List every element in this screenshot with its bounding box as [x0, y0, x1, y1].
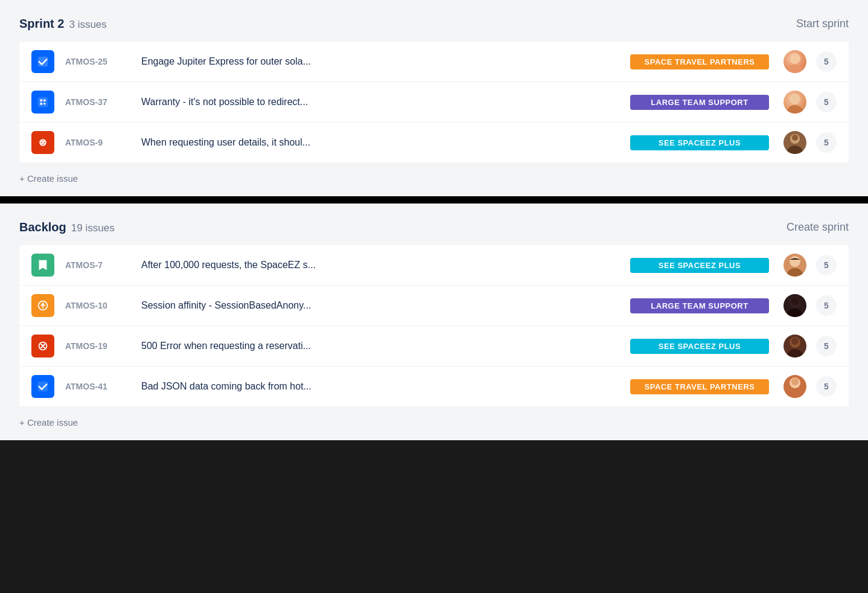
sprint-title: Sprint 2 3 issues [19, 17, 107, 31]
table-row[interactable]: ATMOS-19 500 Error when requesting a res… [19, 326, 849, 367]
svg-point-26 [791, 338, 799, 345]
issue-summary: Session affinity - SessionBasedAnony... [141, 300, 616, 311]
svg-point-28 [787, 389, 803, 398]
sprint-panel: Sprint 2 3 issues Start sprint ATMOS-25 … [0, 0, 868, 196]
story-points: 5 [816, 336, 837, 356]
issue-icon-story [31, 254, 54, 277]
issue-icon-done [31, 50, 54, 73]
story-points: 5 [816, 255, 837, 275]
issue-summary: Engage Jupiter Express for outer sola... [141, 56, 616, 67]
table-row[interactable]: ATMOS-37 Warranty - it's not possible to… [19, 82, 849, 123]
issue-label[interactable]: SEE SPACEEZ PLUS [630, 339, 769, 354]
create-issue-button[interactable]: + Create issue [19, 173, 78, 184]
svg-rect-6 [38, 97, 48, 107]
issue-key: ATMOS-19 [65, 341, 132, 351]
avatar [783, 375, 806, 398]
issue-summary: When requesting user details, it shoul..… [141, 137, 616, 148]
svg-point-2 [787, 65, 803, 73]
issue-summary: After 100,000 requests, the SpaceEZ s... [141, 260, 616, 271]
avatar [783, 254, 806, 277]
svg-point-11 [790, 94, 800, 104]
svg-point-22 [791, 297, 799, 306]
table-row[interactable]: ATMOS-41 Bad JSON data coming back from … [19, 367, 849, 406]
avatar [783, 335, 806, 357]
backlog-title: Backlog 19 issues [19, 220, 115, 234]
issue-summary: 500 Error when requesting a reservati... [141, 341, 616, 351]
svg-point-20 [787, 309, 803, 317]
issue-label[interactable]: SPACE TRAVEL PARTNERS [630, 379, 769, 394]
table-row[interactable]: ATMOS-7 After 100,000 requests, the Spac… [19, 245, 849, 286]
sprint-issues-table: ATMOS-25 Engage Jupiter Express for oute… [19, 42, 849, 162]
issue-key: ATMOS-37 [65, 97, 132, 107]
issue-key: ATMOS-41 [65, 382, 132, 391]
story-points: 5 [816, 132, 837, 153]
issue-label[interactable]: SEE SPACEEZ PLUS [630, 258, 769, 273]
panel-divider [0, 196, 868, 204]
issue-icon-bug [31, 335, 54, 357]
avatar [783, 91, 806, 114]
sprint-header: Sprint 2 3 issues Start sprint [19, 17, 849, 31]
issue-label[interactable]: SEE SPACEEZ PLUS [630, 135, 769, 150]
issue-key: ATMOS-9 [65, 138, 132, 147]
svg-point-17 [787, 268, 803, 277]
svg-point-16 [792, 135, 798, 141]
issue-icon-subtask [31, 91, 54, 114]
issue-summary: Warranty - it's not possible to redirect… [141, 97, 616, 107]
svg-point-5 [791, 54, 799, 62]
avatar [783, 50, 806, 73]
svg-point-10 [787, 105, 803, 114]
issue-label[interactable]: LARGE TEAM SUPPORT [630, 298, 769, 313]
issue-summary: Bad JSON data coming back from hot... [141, 381, 616, 392]
story-points: 5 [816, 92, 837, 112]
issue-icon-improvement [31, 294, 54, 317]
issue-label[interactable]: LARGE TEAM SUPPORT [630, 95, 769, 110]
create-sprint-button[interactable]: Create sprint [787, 221, 849, 234]
create-issue-button-backlog[interactable]: + Create issue [19, 417, 78, 428]
svg-rect-7 [40, 99, 42, 101]
table-row[interactable]: ATMOS-9 When requesting user details, it… [19, 123, 849, 162]
svg-rect-9 [40, 103, 42, 105]
issue-key: ATMOS-25 [65, 57, 132, 66]
start-sprint-button[interactable]: Start sprint [796, 18, 849, 30]
avatar [783, 294, 806, 317]
backlog-panel: Backlog 19 issues Create sprint ATMOS-7 … [0, 204, 868, 440]
issue-key: ATMOS-7 [65, 260, 132, 270]
svg-point-14 [787, 146, 803, 154]
issue-label[interactable]: SPACE TRAVEL PARTNERS [630, 54, 769, 69]
svg-point-24 [787, 349, 803, 357]
backlog-issues-table: ATMOS-7 After 100,000 requests, the Spac… [19, 245, 849, 406]
story-points: 5 [816, 295, 837, 316]
backlog-header: Backlog 19 issues Create sprint [19, 220, 849, 234]
story-points: 5 [816, 51, 837, 72]
table-row[interactable]: ATMOS-10 Session affinity - SessionBased… [19, 286, 849, 326]
story-points: 5 [816, 376, 837, 397]
svg-point-18 [790, 256, 800, 267]
issue-icon-done [31, 375, 54, 398]
issue-key: ATMOS-10 [65, 301, 132, 310]
svg-point-30 [791, 378, 799, 385]
avatar [783, 131, 806, 154]
svg-rect-8 [43, 99, 46, 101]
issue-icon-bug [31, 131, 54, 154]
table-row[interactable]: ATMOS-25 Engage Jupiter Express for oute… [19, 42, 849, 82]
